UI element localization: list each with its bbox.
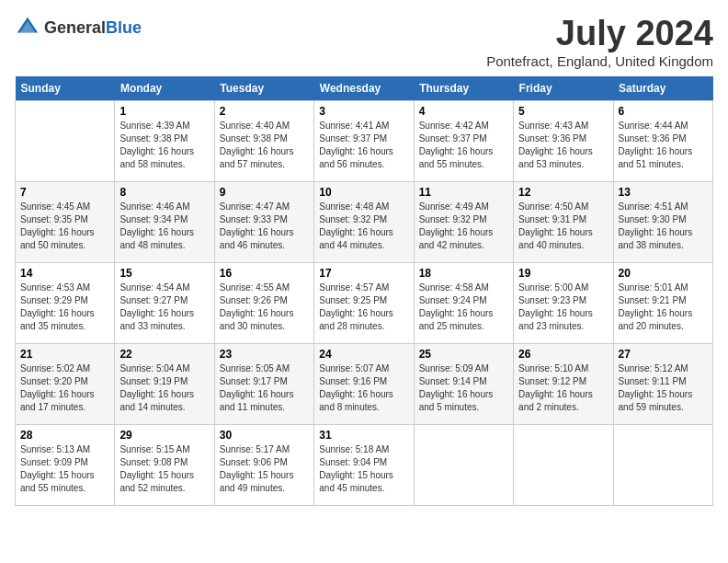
calendar-cell bbox=[16, 100, 115, 181]
calendar-week-row: 28Sunrise: 5:13 AM Sunset: 9:09 PM Dayli… bbox=[16, 424, 713, 505]
calendar-cell: 25Sunrise: 5:09 AM Sunset: 9:14 PM Dayli… bbox=[414, 343, 513, 424]
header-saturday: Saturday bbox=[613, 76, 712, 101]
calendar-cell: 17Sunrise: 4:57 AM Sunset: 9:25 PM Dayli… bbox=[314, 262, 414, 343]
day-number: 14 bbox=[20, 267, 109, 280]
day-info: Sunrise: 5:18 AM Sunset: 9:04 PM Dayligh… bbox=[319, 443, 408, 495]
day-number: 12 bbox=[518, 186, 608, 199]
calendar-cell: 6Sunrise: 4:44 AM Sunset: 9:36 PM Daylig… bbox=[613, 100, 712, 181]
day-info: Sunrise: 4:39 AM Sunset: 9:38 PM Dayligh… bbox=[119, 120, 209, 171]
logo-icon bbox=[15, 15, 40, 40]
day-info: Sunrise: 4:55 AM Sunset: 9:26 PM Dayligh… bbox=[220, 282, 309, 333]
header-monday: Monday bbox=[115, 76, 214, 101]
day-info: Sunrise: 5:17 AM Sunset: 9:06 PM Dayligh… bbox=[220, 443, 309, 495]
calendar-cell: 13Sunrise: 4:51 AM Sunset: 9:30 PM Dayli… bbox=[613, 181, 712, 262]
day-info: Sunrise: 5:00 AM Sunset: 9:23 PM Dayligh… bbox=[518, 282, 608, 333]
day-info: Sunrise: 5:05 AM Sunset: 9:17 PM Dayligh… bbox=[220, 362, 309, 414]
calendar-week-row: 21Sunrise: 5:02 AM Sunset: 9:20 PM Dayli… bbox=[16, 343, 713, 424]
calendar-cell: 10Sunrise: 4:48 AM Sunset: 9:32 PM Dayli… bbox=[314, 181, 414, 262]
location: Pontefract, England, United Kingdom bbox=[486, 53, 713, 69]
calendar-table: SundayMondayTuesdayWednesdayThursdayFrid… bbox=[15, 76, 713, 506]
calendar-cell: 15Sunrise: 4:54 AM Sunset: 9:27 PM Dayli… bbox=[115, 262, 214, 343]
page-header: GeneralBlue July 2024 Pontefract, Englan… bbox=[15, 15, 713, 69]
day-number: 27 bbox=[619, 348, 708, 361]
day-info: Sunrise: 4:51 AM Sunset: 9:30 PM Dayligh… bbox=[619, 201, 708, 252]
day-number: 23 bbox=[220, 348, 309, 361]
day-info: Sunrise: 4:50 AM Sunset: 9:31 PM Dayligh… bbox=[518, 201, 608, 252]
calendar-cell: 11Sunrise: 4:49 AM Sunset: 9:32 PM Dayli… bbox=[414, 181, 513, 262]
calendar-cell: 31Sunrise: 5:18 AM Sunset: 9:04 PM Dayli… bbox=[314, 424, 414, 505]
day-number: 11 bbox=[419, 186, 508, 199]
header-wednesday: Wednesday bbox=[314, 76, 414, 101]
day-info: Sunrise: 5:09 AM Sunset: 9:14 PM Dayligh… bbox=[419, 362, 508, 414]
day-number: 1 bbox=[119, 105, 209, 118]
day-number: 3 bbox=[319, 105, 408, 118]
day-number: 24 bbox=[319, 348, 408, 361]
day-info: Sunrise: 4:57 AM Sunset: 9:25 PM Dayligh… bbox=[319, 282, 408, 333]
calendar-cell: 1Sunrise: 4:39 AM Sunset: 9:38 PM Daylig… bbox=[115, 100, 214, 181]
calendar-cell: 5Sunrise: 4:43 AM Sunset: 9:36 PM Daylig… bbox=[514, 100, 613, 181]
day-number: 17 bbox=[319, 267, 408, 280]
logo-general: General bbox=[44, 18, 106, 37]
day-info: Sunrise: 5:02 AM Sunset: 9:20 PM Dayligh… bbox=[20, 362, 109, 414]
calendar-cell: 19Sunrise: 5:00 AM Sunset: 9:23 PM Dayli… bbox=[514, 262, 613, 343]
day-info: Sunrise: 4:48 AM Sunset: 9:32 PM Dayligh… bbox=[319, 201, 408, 252]
calendar-cell bbox=[613, 424, 712, 505]
day-info: Sunrise: 4:49 AM Sunset: 9:32 PM Dayligh… bbox=[419, 201, 508, 252]
calendar-cell: 22Sunrise: 5:04 AM Sunset: 9:19 PM Dayli… bbox=[115, 343, 214, 424]
day-info: Sunrise: 4:53 AM Sunset: 9:29 PM Dayligh… bbox=[20, 282, 109, 333]
calendar-cell: 29Sunrise: 5:15 AM Sunset: 9:08 PM Dayli… bbox=[115, 424, 214, 505]
calendar-cell: 3Sunrise: 4:41 AM Sunset: 9:37 PM Daylig… bbox=[314, 100, 414, 181]
header-tuesday: Tuesday bbox=[214, 76, 313, 101]
day-number: 6 bbox=[619, 105, 708, 118]
calendar-week-row: 7Sunrise: 4:45 AM Sunset: 9:35 PM Daylig… bbox=[16, 181, 713, 262]
header-sunday: Sunday bbox=[16, 76, 115, 101]
day-number: 20 bbox=[619, 267, 708, 280]
day-info: Sunrise: 4:45 AM Sunset: 9:35 PM Dayligh… bbox=[20, 201, 109, 252]
calendar-cell: 30Sunrise: 5:17 AM Sunset: 9:06 PM Dayli… bbox=[214, 424, 313, 505]
day-info: Sunrise: 5:13 AM Sunset: 9:09 PM Dayligh… bbox=[20, 443, 109, 495]
calendar-week-row: 1Sunrise: 4:39 AM Sunset: 9:38 PM Daylig… bbox=[16, 100, 713, 181]
day-info: Sunrise: 5:10 AM Sunset: 9:12 PM Dayligh… bbox=[518, 362, 608, 414]
calendar-cell: 7Sunrise: 4:45 AM Sunset: 9:35 PM Daylig… bbox=[16, 181, 115, 262]
day-number: 15 bbox=[119, 267, 209, 280]
day-number: 21 bbox=[20, 348, 109, 361]
calendar-cell: 24Sunrise: 5:07 AM Sunset: 9:16 PM Dayli… bbox=[314, 343, 414, 424]
calendar-cell: 8Sunrise: 4:46 AM Sunset: 9:34 PM Daylig… bbox=[115, 181, 214, 262]
day-number: 19 bbox=[518, 267, 608, 280]
day-info: Sunrise: 5:15 AM Sunset: 9:08 PM Dayligh… bbox=[119, 443, 209, 495]
day-number: 22 bbox=[119, 348, 209, 361]
day-number: 30 bbox=[220, 429, 309, 442]
month-title: July 2024 bbox=[486, 15, 713, 53]
calendar-cell: 4Sunrise: 4:42 AM Sunset: 9:37 PM Daylig… bbox=[414, 100, 513, 181]
calendar-cell: 23Sunrise: 5:05 AM Sunset: 9:17 PM Dayli… bbox=[214, 343, 313, 424]
day-number: 8 bbox=[119, 186, 209, 199]
calendar-cell: 14Sunrise: 4:53 AM Sunset: 9:29 PM Dayli… bbox=[16, 262, 115, 343]
day-info: Sunrise: 5:12 AM Sunset: 9:11 PM Dayligh… bbox=[619, 362, 708, 414]
logo: GeneralBlue bbox=[15, 15, 142, 40]
calendar-cell: 2Sunrise: 4:40 AM Sunset: 9:38 PM Daylig… bbox=[214, 100, 313, 181]
day-number: 26 bbox=[518, 348, 608, 361]
calendar-cell bbox=[514, 424, 613, 505]
header-thursday: Thursday bbox=[414, 76, 513, 101]
day-info: Sunrise: 4:54 AM Sunset: 9:27 PM Dayligh… bbox=[119, 282, 209, 333]
day-number: 28 bbox=[20, 429, 109, 442]
day-number: 29 bbox=[119, 429, 209, 442]
calendar-cell: 12Sunrise: 4:50 AM Sunset: 9:31 PM Dayli… bbox=[514, 181, 613, 262]
logo-blue: Blue bbox=[106, 18, 142, 37]
day-number: 10 bbox=[319, 186, 408, 199]
day-info: Sunrise: 4:58 AM Sunset: 9:24 PM Dayligh… bbox=[419, 282, 508, 333]
calendar-cell: 28Sunrise: 5:13 AM Sunset: 9:09 PM Dayli… bbox=[16, 424, 115, 505]
day-number: 18 bbox=[419, 267, 508, 280]
day-number: 4 bbox=[419, 105, 508, 118]
day-number: 31 bbox=[319, 429, 408, 442]
calendar-cell bbox=[414, 424, 513, 505]
calendar-week-row: 14Sunrise: 4:53 AM Sunset: 9:29 PM Dayli… bbox=[16, 262, 713, 343]
calendar-header-row: SundayMondayTuesdayWednesdayThursdayFrid… bbox=[16, 76, 713, 101]
calendar-cell: 26Sunrise: 5:10 AM Sunset: 9:12 PM Dayli… bbox=[514, 343, 613, 424]
day-info: Sunrise: 4:44 AM Sunset: 9:36 PM Dayligh… bbox=[619, 120, 708, 171]
day-info: Sunrise: 5:01 AM Sunset: 9:21 PM Dayligh… bbox=[619, 282, 708, 333]
day-info: Sunrise: 5:07 AM Sunset: 9:16 PM Dayligh… bbox=[319, 362, 408, 414]
day-info: Sunrise: 4:42 AM Sunset: 9:37 PM Dayligh… bbox=[419, 120, 508, 171]
day-info: Sunrise: 5:04 AM Sunset: 9:19 PM Dayligh… bbox=[119, 362, 209, 414]
day-number: 9 bbox=[220, 186, 309, 199]
